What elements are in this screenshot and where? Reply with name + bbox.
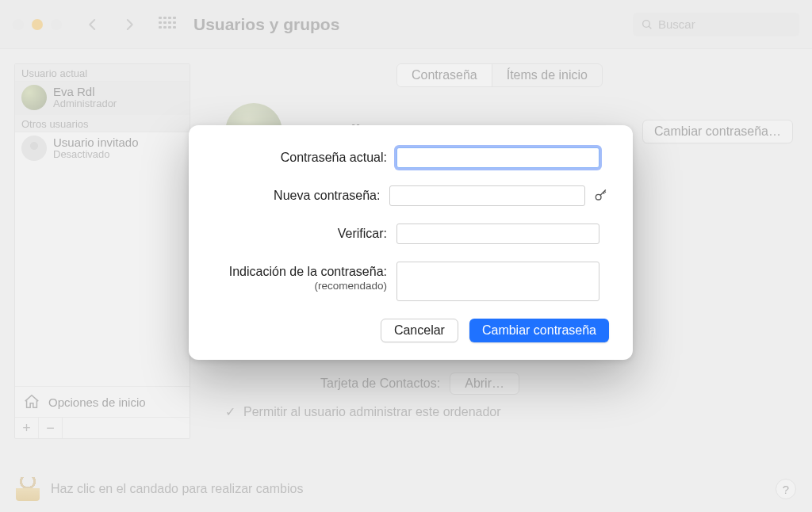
- admin-checkbox-row: ✓ Permitir al usuario administrar este o…: [225, 404, 501, 419]
- contacts-row: Tarjeta de Contactos: Abrir…: [320, 373, 519, 395]
- sidebar-user-guest[interactable]: Usuario invitado Desactivado: [15, 132, 190, 166]
- verify-password-input[interactable]: [396, 224, 599, 244]
- new-password-label: Nueva contraseña:: [213, 185, 389, 204]
- svg-line-1: [649, 26, 651, 29]
- window-title: Usuarios y grupos: [193, 15, 633, 34]
- minimize-window-button[interactable]: [32, 19, 43, 30]
- toolbar: Usuarios y grupos Buscar: [0, 0, 812, 49]
- password-hint-input[interactable]: [396, 262, 599, 301]
- verify-password-label: Verificar:: [213, 224, 396, 242]
- tab-bar: Contraseña Ítems de inicio: [396, 63, 603, 87]
- svg-point-0: [643, 20, 650, 27]
- cancel-button[interactable]: Cancelar: [381, 319, 458, 342]
- login-options-label: Opciones de inicio: [48, 395, 146, 409]
- tab-password[interactable]: Contraseña: [397, 64, 492, 86]
- key-icon[interactable]: [593, 188, 609, 204]
- user-name: Usuario invitado: [53, 136, 139, 150]
- zoom-window-button[interactable]: [51, 19, 62, 30]
- user-name: Eva Rdl: [53, 86, 117, 99]
- remove-user-button[interactable]: −: [39, 418, 63, 438]
- user-role: Desactivado: [53, 149, 139, 160]
- user-role: Administrador: [53, 98, 117, 109]
- search-field[interactable]: Buscar: [633, 13, 799, 36]
- back-button[interactable]: [86, 17, 100, 32]
- current-password-label: Contraseña actual:: [213, 147, 396, 166]
- tab-login-items[interactable]: Ítems de inicio: [492, 64, 602, 86]
- password-hint-label: Indicación de la contraseña: (recomendad…: [213, 262, 396, 293]
- lock-icon[interactable]: [16, 477, 40, 501]
- house-icon: [23, 393, 40, 411]
- add-user-button[interactable]: +: [15, 418, 39, 438]
- checkmark-icon: ✓: [225, 404, 236, 419]
- open-contacts-button[interactable]: Abrir…: [450, 373, 519, 395]
- window-controls: [13, 19, 62, 30]
- submit-change-password-button[interactable]: Cambiar contraseña: [469, 319, 609, 342]
- new-password-input[interactable]: [389, 185, 585, 206]
- other-users-header: Otros usuarios: [15, 115, 190, 132]
- nav-arrows: [86, 17, 136, 32]
- user-list-sidebar: Usuario actual Eva Rdl Administrador Otr…: [14, 63, 190, 439]
- current-user-header: Usuario actual: [15, 64, 190, 82]
- lock-hint-text: Haz clic en el candado para realizar cam…: [51, 482, 303, 496]
- add-remove-bar: + −: [15, 417, 190, 438]
- help-button[interactable]: ?: [776, 479, 796, 499]
- show-all-prefs-button[interactable]: [159, 17, 174, 32]
- footer-bar: Haz clic en el candado para realizar cam…: [16, 477, 796, 501]
- search-placeholder: Buscar: [658, 17, 695, 31]
- avatar-icon: [21, 85, 47, 110]
- change-password-dialog: Contraseña actual: Nueva contraseña: Ver…: [189, 125, 633, 360]
- avatar-icon: [21, 136, 47, 161]
- sidebar-user-current[interactable]: Eva Rdl Administrador: [15, 82, 190, 115]
- dialog-button-row: Cancelar Cambiar contraseña: [213, 319, 609, 342]
- forward-button[interactable]: [122, 17, 136, 32]
- current-password-input[interactable]: [396, 147, 599, 168]
- admin-checkbox-label: Permitir al usuario administrar este ord…: [243, 405, 501, 419]
- close-window-button[interactable]: [13, 19, 24, 30]
- svg-point-2: [596, 194, 601, 200]
- change-password-button[interactable]: Cambiar contraseña…: [642, 120, 793, 143]
- contacts-label: Tarjeta de Contactos:: [320, 376, 440, 391]
- login-options-row[interactable]: Opciones de inicio: [15, 386, 190, 417]
